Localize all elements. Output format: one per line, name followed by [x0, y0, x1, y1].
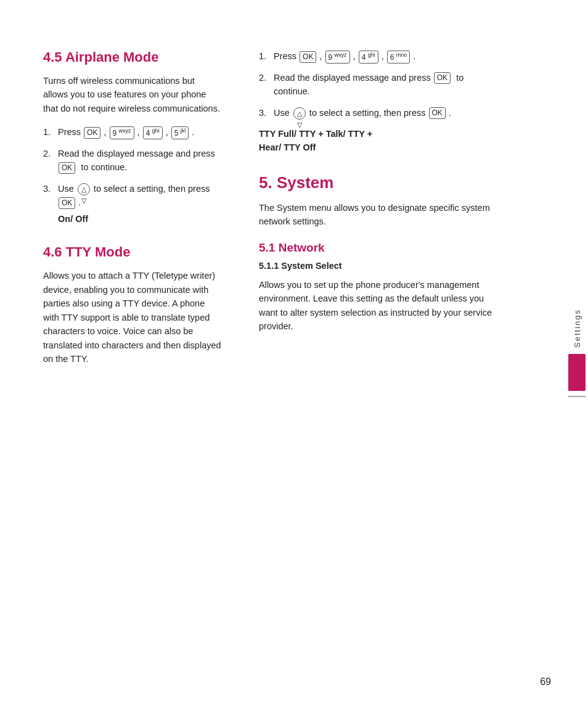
section-45-step3: 3. Use △▽ to select a setting, then pres… [43, 182, 222, 226]
key-ok-r1: OK [300, 51, 316, 63]
section-46-step1: 1. Press OK , 9 wxyz , 4 ghi , 6 mno . [259, 49, 493, 64]
key-6mno: 6 mno [387, 51, 410, 64]
section-5: 5. System The System menu allows you to … [259, 173, 493, 229]
section-46: 4.6 TTY Mode Allows you to attach a TTY … [43, 244, 222, 366]
sidebar: Settings [566, 0, 588, 706]
step1-content: Press OK , 9 wxyz , 4 ghi , 5 jkl . [58, 125, 222, 139]
key-ok-r3: OK [429, 107, 446, 119]
section-45-step1: 1. Press OK , 9 wxyz , 4 ghi , 5 jkl . [43, 125, 222, 139]
sidebar-divider [568, 396, 586, 397]
on-off-label: On/ Off [58, 212, 222, 226]
key-ok-1: OK [84, 127, 100, 139]
nav-icon-2: △▽ [293, 107, 306, 120]
section-45-step2: 2. Read the displayed message and press … [43, 147, 222, 174]
r-step2-content: Read the displayed message and press OK … [274, 71, 493, 99]
section-46-step3: 3. Use △▽ to select a setting, then pres… [259, 106, 493, 120]
step3-content: Use △▽ to select a setting, then press O… [58, 182, 222, 226]
section-51: 5.1 Network 5.1.1 System Select Allows y… [259, 241, 493, 334]
section-5-title: 5. System [259, 173, 493, 192]
sidebar-bar [568, 354, 586, 391]
section-51-title: 5.1 Network [259, 241, 493, 255]
section-46-title: 4.6 TTY Mode [43, 244, 222, 260]
r-step1-content: Press OK , 9 wxyz , 4 ghi , 6 mno . [274, 49, 493, 64]
nav-icon-1: △▽ [78, 183, 90, 195]
r-step3-content: Use △▽ to select a setting, then press O… [274, 106, 493, 120]
section-511-body: Allows you to set up the phone producer'… [259, 278, 493, 334]
key-9wxyz-1: 9 wxyz [110, 126, 134, 139]
section-511-title: 5.1.1 System Select [259, 261, 493, 271]
section-46-body: Allows you to attach a TTY (Teletype wri… [43, 269, 222, 366]
tty-modes: TTY Full/ TTY + Talk/ TTY +Hear/ TTY Off [259, 127, 493, 155]
r-step3-num: 3. [259, 106, 271, 120]
page: 4.5 Airplane Mode Turns off wireless com… [0, 0, 588, 706]
key-ok-r2: OK [434, 72, 451, 84]
key-ok-2: OK [59, 162, 75, 174]
right-column: 1. Press OK , 9 wxyz , 4 ghi , 6 mno . 2… [240, 49, 512, 669]
sidebar-label: Settings [573, 309, 582, 348]
left-column: 4.5 Airplane Mode Turns off wireless com… [0, 49, 240, 669]
key-4ghi-r1: 4 ghi [359, 51, 378, 64]
section-45-title: 4.5 Airplane Mode [43, 49, 222, 65]
step2-num: 2. [43, 147, 55, 160]
key-5jkl: 5 jkl [171, 126, 189, 139]
step2-content: Read the displayed message and press OK … [58, 147, 222, 174]
key-9wxyz-r1: 9 wxyz [325, 51, 350, 64]
section-45-body: Turns off wireless communications but al… [43, 74, 222, 115]
r-step2-num: 2. [259, 71, 271, 84]
r-step1-num: 1. [259, 49, 271, 63]
page-number: 69 [540, 676, 551, 688]
section-46-step2: 2. Read the displayed message and press … [259, 71, 493, 99]
key-ok-3: OK [59, 197, 75, 209]
step3-num: 3. [43, 182, 55, 195]
key-4ghi-1: 4 ghi [143, 126, 163, 139]
step1-num: 1. [43, 125, 55, 139]
section-5-body: The System menu allows you to designate … [259, 201, 493, 229]
